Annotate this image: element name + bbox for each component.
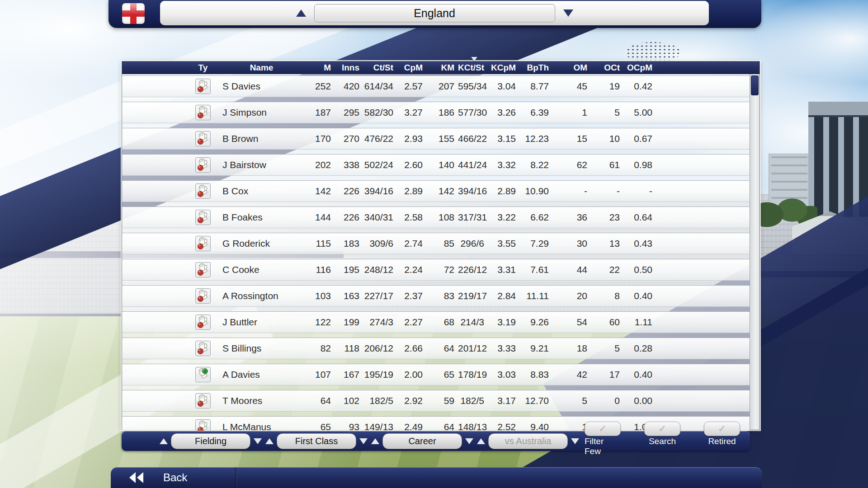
stat-ocpm: 0.40 <box>623 291 656 301</box>
stat-kcpm: 3.17 <box>488 395 519 406</box>
player-type-cell <box>122 314 217 330</box>
stat-oct: 5 <box>591 343 623 354</box>
stat-kcpm: 3.19 <box>488 317 519 328</box>
column-header-cpm[interactable]: CpM <box>397 63 426 73</box>
back-button[interactable]: Back <box>111 467 762 488</box>
england-flag-icon <box>122 3 145 24</box>
player-type-cell <box>122 288 217 304</box>
player-name: S Billings <box>217 343 301 354</box>
stat-ct_st: 248/12 <box>363 264 397 275</box>
stat-om: 44 <box>552 264 591 275</box>
player-row[interactable]: B Brown 170 270 476/22 2.93 155 466/22 3… <box>122 128 750 150</box>
dropdown-up-arrow[interactable] <box>371 438 379 444</box>
stat-m: 82 <box>301 343 335 354</box>
stat-om: 36 <box>552 212 591 223</box>
player-row[interactable]: B Cox 142 226 394/16 2.89 142 394/16 2.8… <box>122 180 750 202</box>
keeper-gloves-red-ball-icon <box>195 341 211 356</box>
player-row[interactable]: A Davies 107 167 195/19 2.00 65 178/19 3… <box>122 364 750 385</box>
toggle-retired[interactable]: Retired <box>704 426 740 456</box>
team-next-arrow[interactable] <box>563 9 573 17</box>
team-selector-inner-bar: England <box>160 1 709 25</box>
background-building <box>769 154 810 217</box>
stat-inns: 226 <box>335 212 363 223</box>
floodlight-icon <box>626 41 679 63</box>
column-header-name[interactable]: Name <box>217 63 301 73</box>
stat-inns: 226 <box>335 186 363 197</box>
stat-om: 20 <box>552 291 591 301</box>
checkmark-icon[interactable] <box>644 422 680 436</box>
stat-oct: 23 <box>591 212 623 223</box>
column-header-kcpm[interactable]: KCpM <box>488 63 519 73</box>
stat-km: 142 <box>426 186 458 197</box>
dropdown-button[interactable]: First Class <box>277 433 356 449</box>
stat-ocpm: 0.40 <box>623 369 656 380</box>
dropdown-button[interactable]: vs Australia <box>488 433 568 449</box>
toggle-label-retired: Retired <box>708 436 736 446</box>
player-row[interactable]: C Cooke 116 195 248/12 2.24 72 226/12 3.… <box>122 259 750 281</box>
dropdown-down-arrow[interactable] <box>465 438 473 444</box>
player-row[interactable]: B Foakes 144 226 340/31 2.58 108 317/31 … <box>122 206 750 228</box>
column-header-ocpm[interactable]: OCpM <box>623 63 656 73</box>
player-row[interactable]: J Bairstow 202 338 502/24 2.60 140 441/2… <box>122 154 750 176</box>
column-header-oct[interactable]: OCt <box>591 63 623 73</box>
stat-kct_st: 201/12 <box>458 343 488 354</box>
column-header-ct-st[interactable]: Ct/St <box>363 63 397 73</box>
stat-oct: 22 <box>591 264 623 275</box>
column-header-kct-st[interactable]: KCt/St <box>458 63 488 73</box>
player-row[interactable]: G Roderick 115 183 309/6 2.74 85 296/6 3… <box>122 233 750 254</box>
keeper-gloves-red-ball-icon <box>195 131 211 146</box>
checkmark-icon[interactable] <box>585 422 621 436</box>
stat-om: 42 <box>552 369 591 380</box>
stat-inns: 163 <box>335 291 363 301</box>
stat-inns: 93 <box>335 422 363 431</box>
stat-oct: 17 <box>591 369 623 380</box>
stat-ocpm: 0.28 <box>623 343 656 354</box>
player-row[interactable]: A Rossington 103 163 227/17 2.37 83 219/… <box>122 285 750 307</box>
player-row[interactable]: T Moores 64 102 182/5 2.92 59 182/5 3.17… <box>122 390 750 412</box>
dropdown-down-arrow[interactable] <box>254 438 262 444</box>
stat-km: 59 <box>426 395 458 406</box>
stat-ct_st: 227/17 <box>363 291 397 301</box>
checkmark-icon[interactable] <box>704 422 740 436</box>
toggle-filter-few[interactable]: Filter Few <box>585 426 621 456</box>
column-header-om[interactable]: OM <box>552 63 591 73</box>
stat-kct_st: 148/13 <box>458 422 488 431</box>
column-header-bpth[interactable]: BpTh <box>519 63 552 73</box>
stat-kct_st: 182/5 <box>458 395 488 406</box>
column-header-ty[interactable]: Ty <box>122 63 217 73</box>
player-name: J Bairstow <box>217 160 301 170</box>
scrollbar-thumb[interactable] <box>751 75 759 95</box>
dropdown-up-arrow[interactable] <box>160 438 168 444</box>
player-row[interactable]: S Davies 252 420 614/34 2.57 207 595/34 … <box>122 75 750 97</box>
stat-kct_st: 296/6 <box>458 238 488 249</box>
dropdown-up-arrow[interactable] <box>265 438 274 444</box>
stat-bpth: 9.26 <box>519 317 552 328</box>
player-row[interactable]: J Simpson 187 295 582/30 3.27 186 577/30… <box>122 102 750 123</box>
column-header-m[interactable]: M <box>301 63 335 73</box>
stat-bpth: 9.40 <box>519 422 552 431</box>
stat-bpth: 12.23 <box>519 133 552 144</box>
stat-ct_st: 195/19 <box>363 369 397 380</box>
dropdown-down-arrow[interactable] <box>571 438 579 444</box>
keeper-gloves-red-ball-icon <box>195 79 211 94</box>
column-header-inns[interactable]: Inns <box>335 63 363 73</box>
column-header-km[interactable]: KM <box>426 63 458 73</box>
back-bar-divider <box>236 467 236 488</box>
dropdown-down-arrow[interactable] <box>359 438 368 444</box>
keeper-gloves-red-ball-icon <box>195 288 211 304</box>
stat-ocpm: 0.64 <box>623 212 656 223</box>
dropdown-up-arrow[interactable] <box>477 438 485 444</box>
toggle-search[interactable]: Search <box>644 426 680 456</box>
team-prev-arrow[interactable] <box>296 9 306 17</box>
dropdown-button[interactable]: Fielding <box>171 433 250 449</box>
player-row[interactable]: S Billings 82 118 206/12 2.66 64 201/12 … <box>122 338 750 359</box>
scrollbar[interactable] <box>750 74 760 430</box>
team-selector-field[interactable]: England <box>314 4 555 22</box>
stat-ct_st: 206/12 <box>363 343 397 354</box>
stat-ocpm: 0.67 <box>623 133 656 144</box>
player-type-cell <box>122 131 217 146</box>
player-row[interactable]: J Buttler 122 199 274/3 2.27 68 214/3 3.… <box>122 311 750 333</box>
dropdown-button[interactable]: Career <box>382 433 462 449</box>
stat-m: 170 <box>301 133 335 144</box>
stat-inns: 167 <box>335 369 363 380</box>
